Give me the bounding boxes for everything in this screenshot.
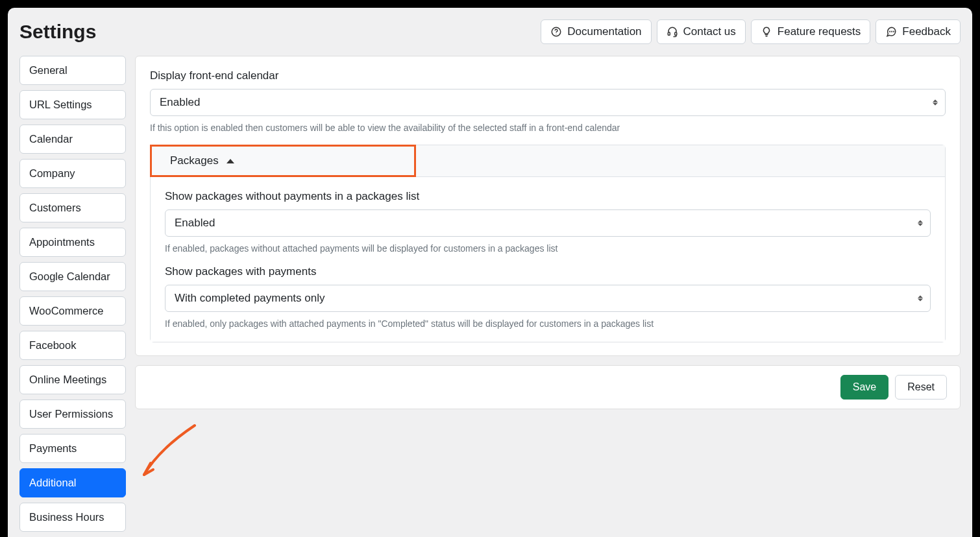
help-circle-icon: [550, 26, 562, 38]
select-value: With completed payments only: [165, 285, 931, 312]
topbar: Settings Documentation Contact us Featur…: [19, 19, 961, 44]
help-text: If this option is enabled then customers…: [150, 123, 946, 133]
sidebar-item-calendar[interactable]: Calendar: [19, 125, 126, 154]
contact-button[interactable]: Contact us: [657, 19, 746, 44]
show-packages-with-payment-field: Show packages with payments With complet…: [165, 265, 931, 329]
sidebar-item-payments[interactable]: Payments: [19, 434, 126, 463]
packages-accordion: Packages Show packages without payments …: [150, 145, 946, 342]
display-calendar-select[interactable]: Enabled: [150, 89, 946, 116]
feature-requests-button[interactable]: Feature requests: [751, 19, 871, 44]
sidebar-item-woocommerce[interactable]: WooCommerce: [19, 296, 126, 326]
sidebar-item-company[interactable]: Company: [19, 159, 126, 188]
headset-icon: [667, 26, 678, 38]
chat-icon: [885, 26, 897, 38]
select-chevron-icon: [933, 100, 938, 106]
sidebar-item-general[interactable]: General: [19, 56, 126, 85]
svg-point-4: [890, 31, 890, 32]
page-title: Settings: [19, 21, 96, 43]
lightbulb-icon: [761, 26, 772, 38]
svg-rect-2: [668, 32, 670, 36]
select-value: Enabled: [150, 89, 946, 116]
select-chevron-icon: [918, 221, 923, 226]
top-buttons: Documentation Contact us Feature request…: [541, 19, 961, 44]
select-chevron-icon: [918, 296, 923, 302]
sidebar-item-appointments[interactable]: Appointments: [19, 228, 126, 257]
main-content: Display front-end calendar Enabled If th…: [135, 56, 961, 409]
settings-panel: Display front-end calendar Enabled If th…: [135, 56, 961, 356]
sidebar-item-business-hours[interactable]: Business Hours: [19, 503, 126, 532]
footer-panel: Save Reset: [135, 365, 961, 409]
feedback-button[interactable]: Feedback: [876, 19, 961, 44]
sidebar-item-online-meetings[interactable]: Online Meetings: [19, 365, 126, 394]
show-packages-no-payment-field: Show packages without payments in a pack…: [165, 190, 931, 254]
accordion-title: Packages: [170, 154, 219, 167]
reset-button[interactable]: Reset: [895, 375, 947, 400]
help-text: If enabled, packages without attached pa…: [165, 243, 931, 254]
show-packages-with-payment-select[interactable]: With completed payments only: [165, 285, 931, 312]
display-calendar-field: Display front-end calendar Enabled If th…: [150, 69, 946, 133]
sidebar-item-additional[interactable]: Additional: [19, 468, 126, 497]
select-value: Enabled: [165, 209, 931, 237]
packages-accordion-body: Show packages without payments in a pack…: [151, 177, 945, 342]
packages-accordion-header[interactable]: Packages: [151, 145, 945, 177]
field-label: Show packages without payments in a pack…: [165, 190, 931, 203]
save-button[interactable]: Save: [840, 375, 888, 400]
app-frame: Settings Documentation Contact us Featur…: [8, 8, 972, 537]
sidebar-item-google-calendar[interactable]: Google Calendar: [19, 262, 126, 291]
sidebar-item-facebook[interactable]: Facebook: [19, 331, 126, 360]
documentation-button[interactable]: Documentation: [541, 19, 651, 44]
sidebar-item-user-permissions[interactable]: User Permissions: [19, 400, 126, 429]
svg-point-6: [894, 31, 894, 32]
field-label: Display front-end calendar: [150, 69, 946, 82]
field-label: Show packages with payments: [165, 265, 931, 278]
svg-point-1: [556, 34, 557, 34]
caret-up-icon: [227, 159, 234, 163]
help-text: If enabled, only packages with attached …: [165, 318, 931, 329]
sidebar-item-customers[interactable]: Customers: [19, 193, 126, 222]
sidebar: General URL Settings Calendar Company Cu…: [19, 56, 126, 532]
svg-point-5: [892, 31, 892, 32]
show-packages-no-payment-select[interactable]: Enabled: [165, 209, 931, 237]
sidebar-item-url-settings[interactable]: URL Settings: [19, 90, 126, 119]
layout: General URL Settings Calendar Company Cu…: [19, 56, 961, 532]
svg-rect-3: [674, 32, 676, 36]
